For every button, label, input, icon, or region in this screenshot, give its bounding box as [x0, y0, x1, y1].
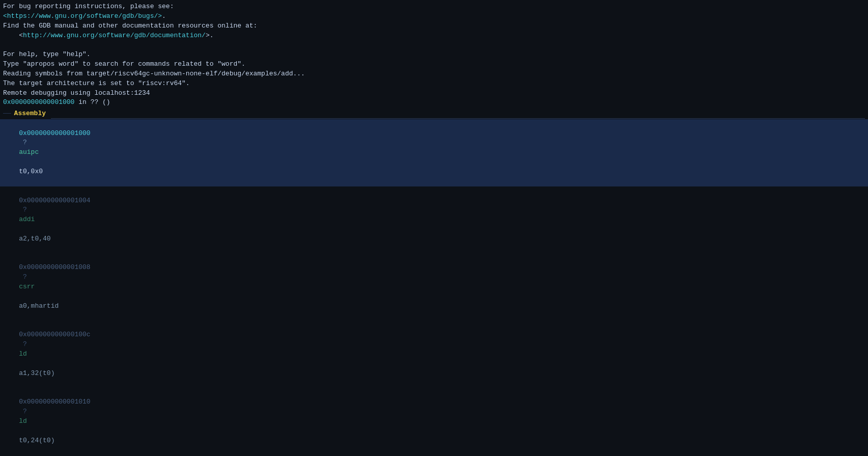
intro-remote: Remote debugging using localhost:1234 [0, 89, 868, 98]
intro-arch: The target architecture is set to "riscv… [0, 79, 868, 89]
intro-line-3: Find the GDB manual and other documentat… [0, 21, 868, 31]
intro-line-1: For bug reporting instructions, please s… [0, 2, 868, 12]
asm-row-4: 0x0000000000001010 ? ld t0,24(t0) [0, 388, 868, 455]
intro-help: For help, type "help". [0, 50, 868, 60]
asm-row-1: 0x0000000000001004 ? addi a2,t0,40 [0, 186, 868, 254]
asm-row-3: 0x000000000000100c ? ld a1,32(t0) [0, 321, 868, 388]
intro-blank [0, 40, 868, 50]
intro-line-2: <https://www.gnu.org/software/gdb/bugs/>… [0, 12, 868, 21]
intro-reading: Reading symbols from target/riscv64gc-un… [0, 69, 868, 79]
intro-addr: 0x0000000000001000 in ?? () [0, 98, 868, 108]
asm-row-0: 0x0000000000001000 ? auipc t0,0x0 [0, 119, 868, 186]
intro-line-4: <http://www.gnu.org/software/gdb/documen… [0, 31, 868, 41]
assembly-header: —— Assembly [0, 108, 868, 119]
terminal-window: For bug reporting instructions, please s… [0, 0, 868, 456]
intro-apropos: Type "apropos word" to search for comman… [0, 60, 868, 69]
asm-row-2: 0x0000000000001008 ? csrr a0,mhartid [0, 254, 868, 321]
